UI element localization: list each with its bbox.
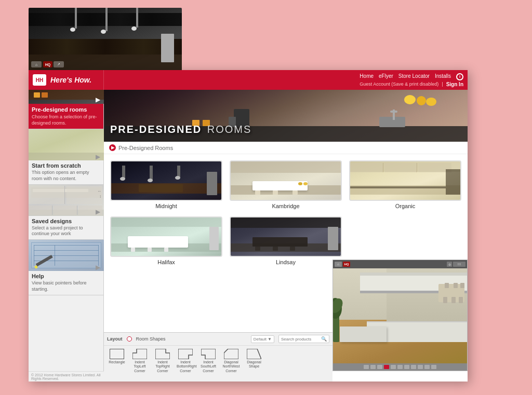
shape-indent-topright[interactable]: Indent TopRight Corner [154,349,171,373]
indent-topleft-icon [132,349,147,359]
sidebar: Pre-designed rooms Choose from a selecti… [29,70,104,371]
room-img-organic [349,160,461,201]
installs-icon: i [456,73,463,80]
room-img-kambridge [230,160,342,201]
hero-title-bold: PRE-DESIGNED [110,124,202,135]
room-card-halifax[interactable]: Halifax [110,216,222,265]
nav-installs[interactable]: Installs [435,73,451,80]
sidebar-item-pre-designed-desc: Choose from a selection of pre-designed … [32,114,100,126]
sidebar-item-scratch-label: Start from scratch [32,162,100,169]
diagonal-shape-icon [247,349,261,359]
shapes-row: Rectangle Indent TopLeft Corner Indent T… [104,346,332,376]
sidebar-item-active-bg: Pre-designed rooms Choose from a selecti… [29,104,103,129]
room-img-lindsay [230,216,342,257]
sidebar-item-saved-arrow: ▶ [96,208,100,215]
hero-text: PRE-DESIGNED ROOMS [110,124,251,135]
shape-indent-topleft[interactable]: Indent TopLeft Corner [131,349,149,373]
shape-indent-topright-label: Indent TopRight Corner [154,360,171,373]
hero-banner: PRE-DESIGNED ROOMS [104,90,468,142]
hero-title-light: ROOMS [207,124,252,135]
dropdown-icon[interactable]: ▼ [268,337,272,342]
indent-bottomright-icon [178,349,193,359]
layout-toolbar: Layout Room Shapes Default ▼ 🔍 Rectangle [104,332,332,382]
sidebar-item-saved-label: Saved designs [32,218,100,224]
room-card-organic[interactable]: Organic [349,160,461,209]
sidebar-item-help-label: Help [32,273,100,279]
sidebar-item-help-desc: View basic pointers before starting. [32,280,100,292]
room-grid: Midnight Kambridge [104,154,468,271]
room-label-organic: Organic [395,203,416,209]
shape-rectangle-label: Rectangle [108,360,126,364]
footer-copyright: © 2012 Home Hardware Stores Limited. All… [31,373,101,380]
room-label-halifax: Halifax [157,259,175,265]
room-img-midnight [110,160,222,201]
logo-tagline: Here's How. [50,76,91,84]
hh-logo: HH [33,74,46,86]
shape-diagonal-northwest-label: Diagonal NorthWest Corner [222,360,240,373]
shape-diagonal-northwest[interactable]: Diagonal NorthWest Corner [222,349,240,373]
sidebar-item-saved[interactable]: ↔ ↕ Saved designs Select a saved project… [29,185,103,240]
room-shapes-label: Room Shapes [136,336,166,342]
sidebar-item-pre-designed-arrow: ▶ [96,96,100,103]
shape-indent-bottomright[interactable]: Indent BottomRight Corner [177,349,194,373]
logo-section: HH Here's How. [29,70,104,90]
room-card-kambridge[interactable]: Kambridge [230,160,342,209]
room-img-halifax [110,216,222,257]
shape-indent-bottomright-label: Indent BottomRight Corner [177,360,194,373]
shape-indent-southleft-label: Indent SouthLeft Corner [200,360,217,373]
shape-indent-topleft-label: Indent TopLeft Corner [131,360,149,373]
main-window: Pre-designed rooms Choose from a selecti… [29,70,468,382]
3d-room-content [333,268,467,371]
indent-southleft-icon [201,349,216,359]
indent-topright-icon [155,349,170,359]
nav-home[interactable]: Home [360,73,374,80]
top-kitchen-photo: ⌂ HQ ↗ [29,8,182,70]
main-content: PRE-DESIGNED ROOMS ▶ Pre-Designed Rooms [104,90,468,371]
sidebar-item-help-arrow: ▶ [96,264,100,271]
layout-label: Layout [107,336,123,342]
default-label: Default [254,337,267,342]
layout-radio[interactable] [127,336,132,342]
breadcrumb: ▶ Pre-Designed Rooms [104,142,468,154]
3d-room-preview: ⌂ HQ ⚙ ≡≡ [332,260,468,371]
breadcrumb-label: Pre-Designed Rooms [118,145,173,151]
nav-section: Home eFlyer Store Locator Installs i Gue… [104,70,468,90]
nav-store-locator[interactable]: Store Locator [398,73,430,80]
footer: © 2012 Home Hardware Stores Limited. All… [29,371,104,382]
breadcrumb-icon: ▶ [109,144,116,151]
sidebar-item-scratch[interactable]: Start from scratch This option opens an … [29,129,103,184]
sign-in-link[interactable]: Sign In [446,81,463,87]
room-label-lindsay: Lindsay [276,259,296,265]
room-label-midnight: Midnight [155,203,177,209]
shape-rectangle[interactable]: Rectangle [108,349,126,364]
shape-diagonal[interactable]: Diagonal Shape [245,349,263,369]
3d-view-toolbar: ⌂ HQ ⚙ ≡≡ [333,260,467,268]
sidebar-item-scratch-arrow: ▶ [96,153,100,160]
shape-indent-southleft[interactable]: Indent SouthLeft Corner [200,349,217,373]
shape-diagonal-label: Diagonal Shape [245,360,263,369]
sidebar-item-help[interactable]: Help View basic pointers before starting… [29,240,103,295]
sidebar-item-saved-desc: Select a saved project to continue your … [32,225,100,237]
header-bar: HH Here's How. Home eFlyer Store Locator… [29,70,468,90]
search-products-input[interactable] [281,337,320,342]
room-label-kambridge: Kambridge [272,203,299,209]
guest-account-text: Guest Account (Save & print disabled) [360,81,438,87]
diagonal-northwest-icon [224,349,238,359]
room-card-midnight[interactable]: Midnight [110,160,222,209]
room-card-lindsay[interactable]: Lindsay [230,216,342,265]
sidebar-item-scratch-desc: This option opens an empty room with no … [32,170,100,182]
sidebar-item-pre-designed-label: Pre-designed rooms [32,106,100,113]
nav-eflyer[interactable]: eFlyer [379,73,393,80]
search-icon: 🔍 [321,336,327,342]
